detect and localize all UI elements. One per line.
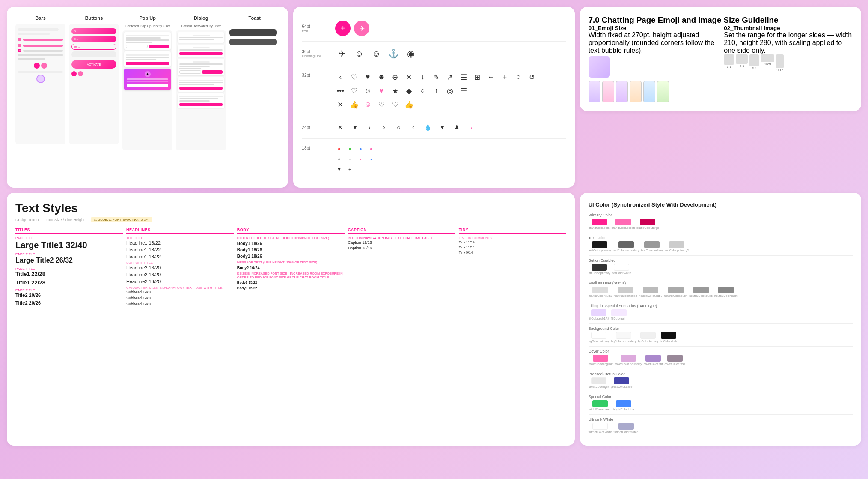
swatch-label-brand-targe: brandColor.targe <box>636 226 659 229</box>
swatch-neutral-sub1 <box>592 287 608 293</box>
body-note-1: OTHER FOLDED TEXT (LINE HEIGHT = 150% OF… <box>237 236 345 240</box>
text-color-section: Text Color textColor.primary textColor.s… <box>589 236 853 252</box>
body1-sample-3: Body1 18/26 <box>237 254 345 259</box>
swatch-label-brand-secon: brandColor.secon <box>611 226 635 229</box>
toast-label: Toast <box>229 15 279 21</box>
emoji-section-label: 01_Emoji Size <box>589 25 717 31</box>
text-styles-card: Text Styles Design Token Font Size / Lin… <box>7 193 575 446</box>
swatch-neutral-sub2 <box>618 287 633 293</box>
text-styles-grid: TITLES PAGE TITLE Large Title1 32/40 PAG… <box>15 228 566 308</box>
refresh-icon: ↺ <box>526 71 538 83</box>
divider-7 <box>589 369 853 369</box>
ultralink-section: Ultralink White formerColor.white former… <box>589 417 853 434</box>
text-color-swatches: textColor.primary textColor.secondary te… <box>589 241 853 252</box>
tiny-sample-2: Tiny 11/14 <box>459 245 566 249</box>
list-icon: ☰ <box>458 85 470 97</box>
thumb-up-icon: 👍 <box>348 99 360 111</box>
smiley-icon: ☺ <box>362 85 374 97</box>
tiny-sample-1: Tiny 11/14 <box>459 240 566 244</box>
emoji-icon-1: ☺ <box>352 47 366 60</box>
more-icon: ••• <box>334 85 346 97</box>
swatch-bright-green <box>592 400 608 407</box>
titles-col-header: TITLES <box>15 228 123 234</box>
thumbnail-section-label: 02_Thumbnail Image <box>724 25 853 31</box>
button-disabled-section: Button Disabled btnColor.primary btnColo… <box>589 258 853 275</box>
swatch-press-base <box>614 377 629 384</box>
title2-sample: Title2 20/26 <box>15 293 123 298</box>
dialog-label: Dialog <box>176 15 226 21</box>
pressed-color-section: Pressed Status Color pressColor.light pr… <box>589 372 853 388</box>
tiny-sample-3: Tiny 9/14 <box>459 251 566 254</box>
dot-green-icon: ● <box>345 144 354 153</box>
design-token-label: Design Token <box>15 218 39 222</box>
primary-color-label: Primary Color <box>589 213 853 217</box>
swatch-press-light <box>591 377 606 384</box>
swatch-cover-regular <box>593 355 608 362</box>
pt-label-24: 24pt <box>302 125 327 130</box>
pt-label-18: 18pt <box>302 146 327 150</box>
emoji-section-desc: Width fixed at 270pt, height adjusted pr… <box>589 31 717 54</box>
primary-color-section: Primary Color brandColor.prim brandColor… <box>589 213 853 229</box>
caption-column: CAPTION BOTTOM NAVIGATION BAR TEXT, CHAT… <box>348 228 455 308</box>
dialog-column: Dialog Bottom, Activated By User <box>176 15 226 150</box>
title1-sample: Title1 22/28 <box>15 271 123 277</box>
headline2-sample-1: Headline2 16/20 <box>126 265 234 270</box>
chevron-down-icon: ▼ <box>349 121 361 133</box>
swatch-cover-tint <box>645 355 661 362</box>
divider-6 <box>589 346 853 347</box>
divider-3 <box>589 278 853 278</box>
pt-label-36: 36pt <box>302 49 327 54</box>
thumb-up2-icon: 👍 <box>403 99 415 111</box>
headlines-col-header: HEADLINES <box>126 228 234 234</box>
chat-send-icon: ✈ <box>335 47 349 60</box>
dot-pink-icon: ● <box>366 144 376 153</box>
swatch-brand-prim <box>592 219 607 225</box>
swatch-group-primary2: brandColor.secon <box>611 219 635 229</box>
swatch-bg-sec <box>616 332 631 339</box>
swatch-group-primary3: brandColor.targe <box>636 219 659 229</box>
icon-section-24: 24pt ✕ ▼ › › ○ ‹ 💧 ▼ ♟ · <box>302 116 566 139</box>
swatch-bg-primary <box>591 332 606 339</box>
swatch-brand-secon <box>615 219 631 225</box>
emoji-size-section: 01_Emoji Size Width fixed at 270pt, heig… <box>589 25 717 78</box>
subhead-sample-2: Subhead 14/18 <box>126 296 234 300</box>
pt-sub-36: Chatting Box <box>302 54 332 58</box>
swatch-brand-targe <box>640 219 655 225</box>
bars-column: Bars <box>15 15 65 150</box>
dot-gray-icon: ● <box>334 154 344 164</box>
plus-icon-2: + <box>499 71 511 83</box>
grid-icon: ⊞ <box>471 71 483 83</box>
dot-icon: · <box>465 121 477 133</box>
global-font-spacing-warning: ⚠ GLOBAL FONT SPACING: -0.2PT <box>91 217 152 222</box>
top-title-label: TOP TITLE <box>126 236 234 240</box>
diamond-icon: ◆ <box>403 85 415 97</box>
edit-icon: ✎ <box>430 71 442 83</box>
text-color-label: Text Color <box>589 236 853 240</box>
target-icon: ◉ <box>404 47 417 60</box>
chevron-right2-icon: › <box>378 121 390 133</box>
divider-2 <box>589 255 853 256</box>
plus-tiny-icon: + <box>345 165 354 174</box>
swatch-fill-prim <box>611 309 627 316</box>
close-x-icon: ✕ <box>403 71 415 83</box>
circle-icon: ○ <box>512 71 524 83</box>
chess-icon: ♟ <box>451 121 463 133</box>
swatch-text-prim2 <box>669 241 684 248</box>
dot-blue2-icon: ● <box>366 154 376 164</box>
water-icon: 💧 <box>422 121 434 133</box>
body1-sample-2: Body1 18/26 <box>237 248 345 252</box>
body-note-3: DSIZE B INCREASED FONT SIZE - INCREASED … <box>237 272 345 279</box>
buttons-column: Buttons B... B... Bu... ACTIVATE <box>69 15 119 150</box>
icons-card: 64pt FAB + ✈ 36pt Chatting Box ✈ ☺ ☺ ⚓ ◉ <box>293 7 574 188</box>
titles-column: TITLES PAGE TITLE Large Title1 32/40 PAG… <box>15 228 123 308</box>
caption-col-header: CAPTION <box>348 228 455 234</box>
time-comments-label: TIME IN COMMENTS <box>459 236 566 240</box>
swatch-cover-neutral <box>621 355 636 362</box>
body-note-2: MESSAGE TEXT (LINE HEIGHT=150%OF TEXT SI… <box>237 260 345 264</box>
bars-label: Bars <box>15 15 65 21</box>
swatch-cover-toss <box>667 355 683 362</box>
popup-sub: Centered Pop Up, Notify User <box>122 24 172 28</box>
pt-label-64: 64pt <box>302 24 327 29</box>
heart-icon-3: ♡ <box>375 99 387 111</box>
heart-icon-2: ♡ <box>348 85 360 97</box>
